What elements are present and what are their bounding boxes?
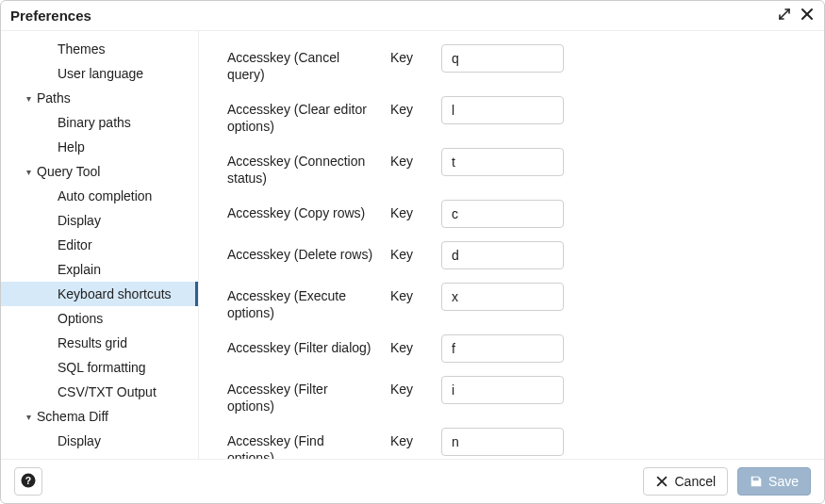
setting-label: Accesskey (Connection status) (227, 148, 373, 187)
tree-item-paths[interactable]: ▾Paths (1, 86, 198, 110)
setting-label: Accesskey (Copy rows) (227, 200, 373, 222)
tree-item-editor[interactable]: Editor (1, 233, 198, 257)
tree-item-label: Editor (58, 237, 92, 252)
close-icon (655, 475, 668, 488)
tree-item-explain[interactable]: Explain (1, 257, 198, 282)
footer-buttons: Cancel Save (643, 467, 811, 496)
svg-text:?: ? (25, 474, 31, 485)
tree-item-qt-display[interactable]: Display (1, 208, 198, 233)
tree-item-label: Keyboard shortcuts (58, 286, 172, 301)
accesskey-clear-editor-options-input[interactable] (441, 96, 564, 124)
tree-item-qt-options[interactable]: Options (1, 306, 198, 331)
settings-panel[interactable]: Accesskey (Cancel query)KeyAccesskey (Cl… (199, 31, 824, 459)
key-label: Key (390, 148, 424, 169)
chevron-down-icon: ▾ (22, 93, 35, 104)
expand-icon[interactable] (777, 7, 792, 24)
accesskey-execute-options-input[interactable] (441, 283, 564, 311)
tree-item-sql-formatting[interactable]: SQL formatting (1, 355, 198, 380)
dialog-body: ThemesUser language▾PathsBinary pathsHel… (1, 31, 824, 459)
help-icon: ? (20, 472, 37, 492)
key-label: Key (390, 428, 424, 448)
setting-row: Accesskey (Execute options)Key (227, 283, 803, 321)
tree-item-label: Themes (58, 41, 106, 57)
tree-item-sd-display[interactable]: Display (1, 429, 198, 453)
save-button[interactable]: Save (737, 467, 811, 496)
setting-label: Accesskey (Find options) (227, 428, 373, 459)
setting-row: Accesskey (Copy rows)Key (227, 200, 803, 228)
key-label: Key (390, 96, 424, 117)
setting-row: Accesskey (Connection status)Key (227, 148, 803, 187)
tree-item-results-grid[interactable]: Results grid (1, 331, 198, 355)
key-label: Key (390, 283, 424, 303)
tree-item-label: CSV/TXT Output (58, 384, 157, 399)
cancel-button-label: Cancel (674, 474, 716, 489)
tree-item-label: Query Tool (37, 164, 100, 179)
tree-item-label: Explain (58, 262, 101, 277)
key-label: Key (390, 200, 424, 220)
tree-item-auto-completion[interactable]: Auto completion (1, 184, 198, 208)
accesskey-copy-rows-input[interactable] (441, 200, 564, 228)
setting-label: Accesskey (Clear editor options) (227, 96, 373, 135)
tree-item-label: Options (58, 311, 103, 326)
tree-item-storage[interactable]: ▾Storage (1, 453, 198, 459)
sidebar[interactable]: ThemesUser language▾PathsBinary pathsHel… (1, 31, 199, 459)
setting-row: Accesskey (Filter dialog)Key (227, 334, 803, 363)
tree-item-label: User language (58, 66, 143, 81)
tree-item-binary-paths[interactable]: Binary paths (1, 110, 198, 135)
key-label: Key (390, 241, 424, 262)
close-icon[interactable] (800, 7, 815, 24)
tree-item-label: Results grid (58, 335, 127, 350)
key-label: Key (390, 376, 424, 397)
tree-item-help[interactable]: Help (1, 135, 198, 159)
titlebar: Preferences (1, 1, 824, 31)
tree-item-label: Paths (37, 90, 71, 106)
save-button-label: Save (768, 474, 799, 489)
setting-label: Accesskey (Delete rows) (227, 241, 373, 264)
setting-row: Accesskey (Delete rows)Key (227, 241, 803, 269)
tree-item-label: Display (58, 433, 101, 448)
accesskey-cancel-query-input[interactable] (441, 44, 564, 73)
accesskey-filter-options-input[interactable] (441, 376, 564, 404)
setting-label: Accesskey (Execute options) (227, 283, 373, 321)
setting-row: Accesskey (Find options)Key (227, 428, 803, 459)
tree-item-label: Binary paths (58, 115, 131, 130)
tree-item-label: SQL formatting (58, 360, 146, 375)
accesskey-find-options-input[interactable] (441, 428, 564, 456)
dialog-title: Preferences (10, 8, 91, 24)
accesskey-connection-status-input[interactable] (441, 148, 564, 176)
setting-label: Accesskey (Filter options) (227, 376, 373, 415)
cancel-button[interactable]: Cancel (643, 467, 728, 496)
setting-row: Accesskey (Filter options)Key (227, 376, 803, 415)
preference-tree: ThemesUser language▾PathsBinary pathsHel… (1, 37, 198, 459)
accesskey-filter-dialog-input[interactable] (441, 334, 564, 363)
key-label: Key (390, 334, 424, 355)
tree-item-user-language[interactable]: User language (1, 61, 198, 86)
chevron-down-icon: ▾ (22, 412, 35, 422)
tree-item-keyboard-shortcuts[interactable]: Keyboard shortcuts (1, 282, 198, 306)
setting-label: Accesskey (Filter dialog) (227, 334, 373, 357)
help-button[interactable]: ? (14, 467, 42, 496)
tree-item-schema-diff[interactable]: ▾Schema Diff (1, 404, 198, 429)
tree-item-label: Storage (37, 458, 83, 459)
footer: ? Cancel Save (1, 459, 824, 503)
preferences-dialog: Preferences ThemesUser language▾PathsBin… (0, 0, 825, 504)
window-controls (777, 7, 815, 24)
tree-item-label: Auto completion (58, 188, 152, 203)
accesskey-delete-rows-input[interactable] (441, 241, 564, 269)
key-label: Key (390, 44, 424, 65)
chevron-down-icon: ▾ (22, 167, 35, 177)
setting-row: Accesskey (Clear editor options)Key (227, 96, 803, 135)
setting-label: Accesskey (Cancel query) (227, 44, 373, 83)
tree-item-query-tool[interactable]: ▾Query Tool (1, 159, 198, 184)
setting-row: Accesskey (Cancel query)Key (227, 44, 803, 83)
tree-item-label: Schema Diff (37, 409, 108, 424)
tree-item-themes[interactable]: Themes (1, 37, 198, 61)
tree-item-label: Display (58, 213, 101, 228)
tree-item-csv-txt-output[interactable]: CSV/TXT Output (1, 380, 198, 404)
tree-item-label: Help (58, 139, 85, 154)
save-icon (750, 475, 763, 488)
